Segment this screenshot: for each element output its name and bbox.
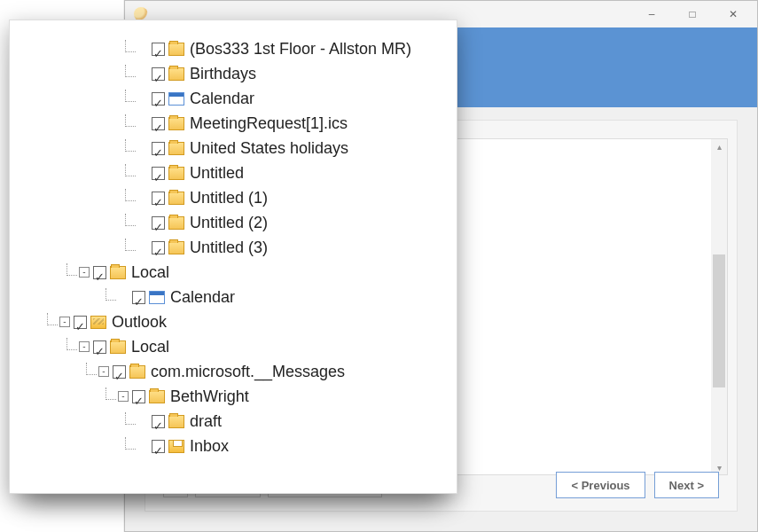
folder-icon [110, 266, 126, 279]
folder-icon [168, 167, 184, 180]
folder-icon [129, 365, 145, 379]
expander-spacer [137, 168, 148, 178]
expander-spacer [137, 118, 148, 129]
collapse-icon[interactable]: - [79, 267, 90, 278]
folder-tree[interactable]: (Bos333 1st Floor - Allston MR)Birthdays… [22, 36, 449, 458]
expander-spacer [137, 68, 148, 79]
collapse-icon[interactable]: - [118, 391, 129, 402]
checkbox[interactable] [152, 167, 165, 180]
tree-node-label: Untitled (1) [188, 185, 268, 210]
tree-node-label: Outlook [110, 309, 167, 334]
tree-node-label: United States holidays [188, 136, 348, 160]
mail-icon [90, 316, 106, 329]
maximize-button[interactable]: □ [672, 2, 713, 27]
tree-indent [22, 61, 137, 86]
checkbox[interactable] [152, 67, 165, 81]
expander-spacer [118, 292, 129, 302]
tree-indent [22, 235, 137, 260]
close-button[interactable]: ✕ [713, 2, 754, 27]
folder-tree-panel: (Bos333 1st Floor - Allston MR)Birthdays… [9, 20, 457, 494]
tree-indent [22, 86, 137, 111]
tree-indent [22, 434, 137, 458]
checkbox[interactable] [93, 266, 106, 279]
previous-label: < Previous [571, 479, 629, 492]
tree-node[interactable]: Calendar [22, 285, 449, 309]
tree-node-label: (Bos333 1st Floor - Allston MR) [188, 36, 411, 61]
checkbox[interactable] [74, 316, 87, 329]
tree-node[interactable]: Untitled (3) [22, 235, 449, 260]
tree-node[interactable]: -Local [22, 334, 449, 359]
tree-node-label: Local [129, 260, 169, 285]
checkbox[interactable] [113, 365, 126, 379]
tree-node-label: Calendar [168, 285, 235, 309]
tree-indent [22, 334, 79, 359]
tree-node[interactable]: Untitled (1) [22, 185, 449, 210]
checkbox[interactable] [93, 340, 106, 354]
tree-node[interactable]: Birthdays [22, 61, 449, 86]
tree-node-label: Untitled (3) [188, 235, 268, 260]
tree-node-label: Local [129, 334, 169, 359]
expander-spacer [137, 441, 148, 451]
tree-node[interactable]: -Outlook [22, 309, 449, 334]
checkbox[interactable] [152, 415, 165, 428]
calendar-icon [168, 92, 184, 106]
tree-indent [22, 185, 137, 210]
previous-button[interactable]: < Previous [556, 472, 645, 498]
folder-icon [168, 216, 184, 230]
checkbox[interactable] [132, 390, 145, 403]
collapse-icon[interactable]: - [79, 341, 90, 352]
tree-indent [22, 359, 98, 384]
tree-node[interactable]: Untitled [22, 160, 449, 185]
tree-node[interactable]: -com.microsoft.__Messages [22, 359, 449, 384]
checkbox[interactable] [152, 117, 165, 130]
expander-spacer [137, 93, 148, 104]
checkbox[interactable] [152, 192, 165, 205]
tree-indent [22, 210, 137, 235]
folder-icon [168, 43, 184, 56]
collapse-icon[interactable]: - [98, 366, 109, 377]
scroll-thumb[interactable] [713, 254, 725, 387]
inbox-icon [168, 440, 184, 453]
tree-node[interactable]: MeetingRequest[1].ics [22, 111, 449, 136]
tree-indent [22, 136, 137, 160]
tree-node[interactable]: United States holidays [22, 136, 449, 160]
checkbox[interactable] [152, 440, 165, 453]
checkbox[interactable] [152, 92, 165, 106]
minimize-button[interactable]: – [631, 2, 672, 27]
checkbox[interactable] [132, 291, 145, 304]
folder-icon [149, 390, 165, 403]
folder-icon [168, 117, 184, 130]
tree-indent [22, 409, 137, 434]
tree-node-label: Untitled [188, 160, 244, 185]
calendar-icon [149, 291, 165, 304]
tree-indent [22, 160, 137, 185]
next-button[interactable]: Next > [654, 472, 719, 498]
tree-node-label: Calendar [188, 86, 254, 111]
tree-node[interactable]: draft [22, 409, 449, 434]
folder-icon [168, 415, 184, 428]
scrollbar[interactable]: ▴ ▾ [711, 139, 727, 474]
tree-node-label: Birthdays [188, 61, 256, 86]
folder-icon [168, 142, 184, 155]
checkbox[interactable] [152, 216, 165, 230]
checkbox[interactable] [152, 241, 165, 254]
tree-indent [22, 111, 137, 136]
expander-spacer [137, 242, 148, 253]
collapse-icon[interactable]: - [59, 317, 70, 327]
scroll-up-icon[interactable]: ▴ [711, 139, 727, 153]
tree-node-label: Inbox [188, 434, 229, 458]
folder-icon [110, 340, 126, 354]
tree-node[interactable]: -BethWright [22, 384, 449, 409]
tree-node[interactable]: -Local [22, 260, 449, 285]
expander-spacer [137, 192, 148, 203]
tree-indent [22, 384, 118, 409]
checkbox[interactable] [152, 142, 165, 155]
tree-node[interactable]: Calendar [22, 86, 449, 111]
tree-node[interactable]: Untitled (2) [22, 210, 449, 235]
checkbox[interactable] [152, 43, 165, 56]
tree-node[interactable]: (Bos333 1st Floor - Allston MR) [22, 36, 449, 61]
tree-node[interactable]: Inbox [22, 434, 449, 458]
folder-icon [168, 192, 184, 205]
expander-spacer [137, 43, 148, 54]
expander-spacer [137, 416, 148, 426]
